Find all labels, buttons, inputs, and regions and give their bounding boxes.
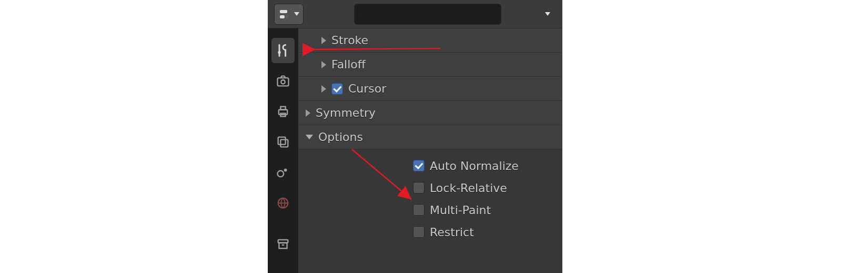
- svg-rect-0: [280, 10, 287, 13]
- auto-normalize-checkbox[interactable]: [413, 160, 425, 171]
- disclosure-right-icon: [321, 85, 326, 93]
- panel-options[interactable]: Options: [298, 125, 562, 149]
- options-list: Auto Normalize Lock-Relative Multi-Paint…: [298, 149, 562, 248]
- panel-cursor[interactable]: Cursor: [298, 77, 562, 101]
- svg-rect-1: [280, 15, 285, 18]
- properties-panel: Stroke Falloff Cursor Symmetry Options: [268, 0, 562, 273]
- cursor-enable-checkbox[interactable]: [331, 83, 343, 95]
- svg-point-13: [278, 171, 284, 177]
- world-icon: [276, 196, 290, 210]
- tab-viewlayer[interactable]: [271, 129, 295, 155]
- option-lock-relative[interactable]: Lock-Relative: [298, 177, 562, 199]
- tab-render[interactable]: [271, 68, 295, 94]
- multi-paint-checkbox[interactable]: [413, 204, 425, 216]
- archive-icon: [276, 237, 290, 251]
- scene-icon: [276, 165, 290, 180]
- tab-world[interactable]: [271, 190, 295, 216]
- options-dropdown[interactable]: [537, 4, 556, 25]
- panel-label: Falloff: [331, 58, 366, 71]
- svg-point-5: [278, 51, 280, 54]
- lock-relative-checkbox[interactable]: [413, 182, 425, 194]
- panel-label: Cursor: [348, 82, 386, 95]
- properties-tabs: [268, 28, 298, 273]
- panel-label: Symmetry: [316, 106, 376, 119]
- restrict-checkbox[interactable]: [413, 226, 425, 238]
- search-box[interactable]: [354, 4, 501, 25]
- panel-symmetry[interactable]: Symmetry: [298, 101, 562, 125]
- svg-rect-2: [286, 15, 289, 18]
- svg-point-7: [281, 80, 285, 84]
- panel-stroke[interactable]: Stroke: [298, 28, 562, 53]
- tab-tool[interactable]: [271, 38, 295, 63]
- tool-settings-content: Stroke Falloff Cursor Symmetry Options: [298, 28, 562, 273]
- svg-rect-6: [278, 78, 289, 86]
- tab-object[interactable]: [271, 231, 295, 257]
- option-label: Multi-Paint: [430, 204, 491, 217]
- chevron-down-icon: [294, 12, 299, 16]
- camera-icon: [276, 74, 290, 88]
- properties-icon: [278, 8, 291, 21]
- panel-falloff[interactable]: Falloff: [298, 53, 562, 77]
- option-restrict[interactable]: Restrict: [298, 221, 562, 243]
- svg-rect-12: [280, 139, 288, 147]
- disclosure-right-icon: [321, 61, 326, 68]
- printer-icon: [276, 104, 290, 119]
- chevron-down-icon: [545, 12, 550, 16]
- search-input[interactable]: [361, 8, 494, 20]
- disclosure-right-icon: [306, 109, 310, 117]
- editor-type-dropdown[interactable]: [274, 4, 304, 25]
- properties-header: [268, 0, 562, 28]
- svg-rect-9: [280, 107, 285, 110]
- layers-icon: [276, 135, 290, 149]
- panel-label: Stroke: [331, 34, 368, 47]
- svg-rect-11: [278, 137, 286, 145]
- option-label: Lock-Relative: [430, 181, 507, 195]
- disclosure-down-icon: [306, 135, 313, 139]
- tab-scene[interactable]: [271, 160, 295, 185]
- panel-label: Options: [318, 130, 363, 144]
- option-auto-normalize[interactable]: Auto Normalize: [298, 155, 562, 177]
- option-label: Restrict: [430, 226, 474, 239]
- option-label: Auto Normalize: [430, 159, 519, 173]
- svg-point-14: [284, 168, 287, 171]
- tool-icon: [276, 43, 290, 58]
- option-multi-paint[interactable]: Multi-Paint: [298, 199, 562, 221]
- tab-output[interactable]: [271, 99, 295, 124]
- disclosure-right-icon: [321, 37, 326, 44]
